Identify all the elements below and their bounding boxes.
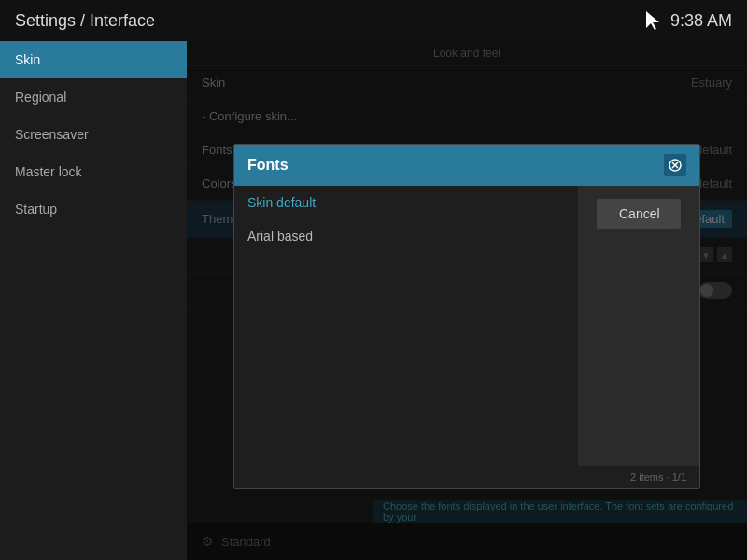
header: Settings / Interface 9:38 AM (0, 0, 747, 41)
sidebar-item-skin[interactable]: Skin (0, 41, 187, 78)
sidebar-item-master-lock[interactable]: Master lock (0, 153, 187, 190)
svg-marker-0 (646, 11, 659, 30)
dialog-overlay: Fonts Skin default (187, 41, 747, 560)
main-layout: Skin Regional Screensaver Master lock St… (0, 41, 747, 560)
dialog-actions: Cancel (578, 186, 699, 466)
fonts-dialog: Fonts Skin default (233, 144, 700, 489)
list-item-arial-based[interactable]: Arial based (234, 219, 578, 253)
dialog-footer: 2 items · 1/1 (234, 466, 699, 488)
dialog-header: Fonts (234, 145, 699, 186)
cancel-button[interactable]: Cancel (597, 199, 681, 229)
sidebar: Skin Regional Screensaver Master lock St… (0, 41, 187, 560)
dialog-close-button[interactable] (664, 154, 686, 176)
list-item-skin-default[interactable]: Skin default (234, 186, 578, 219)
dialog-body: Skin default Arial based Cancel (234, 186, 699, 466)
dialog-item-count: 2 items · 1/1 (630, 471, 686, 483)
header-title: Settings / Interface (15, 11, 155, 31)
header-time: 9:38 AM (670, 11, 732, 31)
dialog-title: Fonts (247, 157, 289, 174)
kodi-logo-icon (669, 159, 682, 172)
sidebar-item-regional[interactable]: Regional (0, 78, 187, 116)
sidebar-item-screensaver[interactable]: Screensaver (0, 116, 187, 153)
dialog-list: Skin default Arial based (234, 186, 578, 466)
sidebar-item-startup[interactable]: Startup (0, 190, 187, 228)
content-area: Look and feel Skin Estuary - Configure s… (187, 41, 747, 560)
cursor-icon (644, 9, 663, 32)
